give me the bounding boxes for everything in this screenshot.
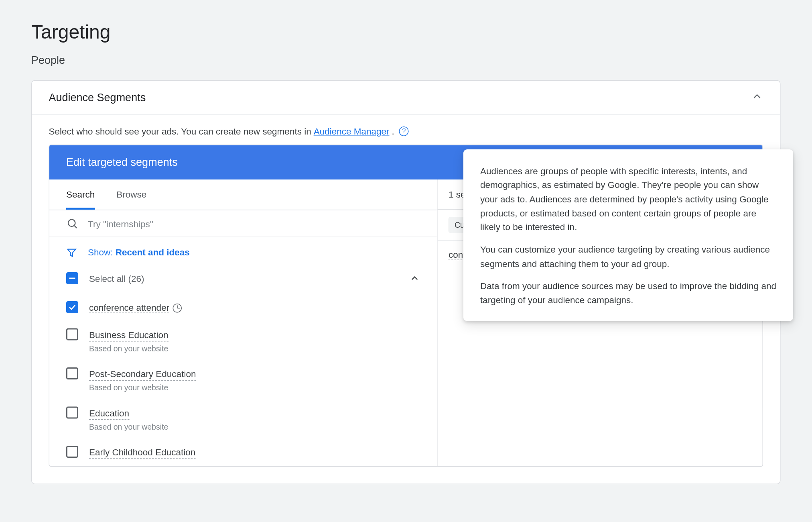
- list-item[interactable]: Early Childhood Education: [49, 438, 437, 466]
- segment-subtitle: Based on your website: [89, 344, 168, 353]
- segment-checkbox[interactable]: [66, 328, 78, 341]
- instruction-text: Select who should see your ads. You can …: [49, 126, 311, 137]
- svg-point-0: [68, 220, 75, 227]
- segment-title: Education: [89, 407, 129, 420]
- instruction-row: Select who should see your ads. You can …: [32, 115, 780, 145]
- tooltip-p3: Data from your audience sources may be u…: [480, 279, 776, 307]
- list-item[interactable]: conference attender: [49, 294, 437, 321]
- segment-checkbox[interactable]: [66, 446, 78, 458]
- list-item[interactable]: Business EducationBased on your website: [49, 321, 437, 361]
- filter-show-label: Show:: [88, 247, 116, 257]
- tooltip-p1: Audiences are groups of people with spec…: [480, 164, 776, 234]
- segment-title: conference attender: [89, 302, 169, 313]
- select-all-checkbox[interactable]: [66, 272, 78, 284]
- segment-subtitle: Based on your website: [89, 422, 168, 432]
- search-icon: [66, 218, 78, 230]
- instruction-post: .: [392, 126, 394, 137]
- segment-title: Post-Secondary Education: [89, 367, 196, 381]
- segment-title: Business Education: [89, 328, 168, 342]
- list-item[interactable]: Post-Secondary EducationBased on your we…: [49, 360, 437, 400]
- search-input[interactable]: [87, 218, 420, 229]
- chevron-up-icon[interactable]: [409, 273, 420, 284]
- tabs: Search Browse: [49, 179, 437, 210]
- page-title: Targeting: [31, 21, 781, 44]
- segment-list: conference attenderBusiness EducationBas…: [49, 294, 437, 466]
- svg-line-1: [75, 226, 77, 228]
- filter-row[interactable]: Show: Recent and ideas: [49, 237, 437, 263]
- segment-title: Early Childhood Education: [89, 446, 195, 459]
- segment-checkbox[interactable]: [66, 301, 78, 313]
- help-icon[interactable]: ?: [399, 126, 409, 136]
- segment-checkbox[interactable]: [66, 407, 78, 419]
- select-all-label: Select all (26): [89, 273, 144, 283]
- tab-browse[interactable]: Browse: [116, 179, 146, 210]
- filter-show-value: Recent and ideas: [116, 247, 190, 257]
- tooltip-p2: You can customize your audience targetin…: [480, 242, 776, 270]
- search-row: [49, 210, 437, 238]
- chevron-up-icon: [751, 90, 763, 105]
- left-pane: Search Browse Show: Re: [49, 179, 438, 466]
- tab-search[interactable]: Search: [66, 179, 95, 210]
- segment-subtitle: Based on your website: [89, 383, 196, 392]
- clock-icon: [173, 304, 182, 313]
- audience-manager-link[interactable]: Audience Manager: [314, 126, 390, 137]
- help-tooltip: Audiences are groups of people with spec…: [463, 149, 793, 321]
- list-item[interactable]: EducationBased on your website: [49, 400, 437, 439]
- card-title: Audience Segments: [49, 91, 146, 104]
- segment-checkbox[interactable]: [66, 367, 78, 379]
- select-all-row: Select all (26): [49, 263, 437, 294]
- card-header[interactable]: Audience Segments: [32, 81, 780, 115]
- filter-icon: [66, 247, 77, 258]
- page-subtitle: People: [31, 54, 781, 67]
